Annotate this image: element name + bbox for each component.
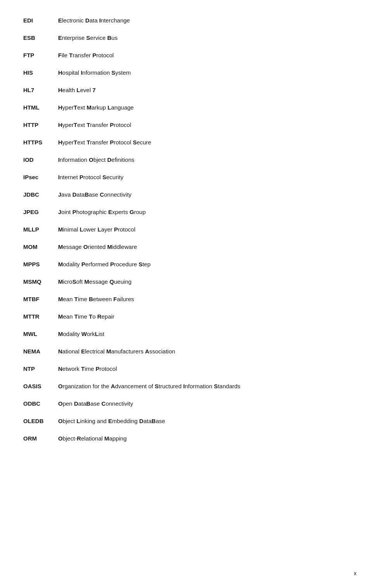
acronym-abbr: ESB	[23, 34, 58, 41]
acronym-abbr: HTML	[23, 104, 58, 111]
acronym-definition: Electronic Data Interchange	[58, 17, 349, 24]
acronym-definition: Modality Performed Procedure Step	[58, 261, 349, 267]
acronym-abbr: JDBC	[23, 191, 58, 198]
acronym-abbr: ODBC	[23, 400, 58, 407]
acronym-definition: Minimal Lower Layer Protocol	[58, 226, 349, 233]
acronym-definition: Message Oriented Middleware	[58, 243, 349, 250]
acronym-row: NEMANational Electrical Manufacturers As…	[23, 343, 349, 360]
acronym-definition: Enterprise Service Bus	[58, 34, 349, 41]
acronym-row: ORMObject-Relational Mapping	[23, 430, 349, 447]
acronym-abbr: MWL	[23, 331, 58, 337]
acronym-abbr: JPEG	[23, 209, 58, 215]
acronym-definition: File Transfer Protocol	[58, 52, 349, 58]
acronym-abbr: IPsec	[23, 174, 58, 180]
acronym-definition: Joint Photographic Experts Group	[58, 209, 349, 215]
acronym-row: JPEGJoint Photographic Experts Group	[23, 203, 349, 221]
acronym-row: ESBEnterprise Service Bus	[23, 29, 349, 46]
acronym-row: JDBCJava DataBase Connectivity	[23, 186, 349, 203]
acronym-abbr: NEMA	[23, 348, 58, 355]
acronym-abbr: MSMQ	[23, 278, 58, 285]
acronym-abbr: HTTP	[23, 122, 58, 128]
acronym-definition: MicroSoft Message Queuing	[58, 278, 349, 285]
acronym-abbr: HL7	[23, 87, 58, 93]
acronym-definition: Object-Relational Mapping	[58, 435, 349, 442]
acronym-definition: Network Time Protocol	[58, 365, 349, 372]
acronym-row: HTMLHyperText Markup Language	[23, 99, 349, 116]
acronym-row: MSMQMicroSoft Message Queuing	[23, 273, 349, 290]
acronym-row: MWLModality WorkList	[23, 325, 349, 343]
acronym-abbr: HTTPS	[23, 139, 58, 146]
acronym-abbr: MTBF	[23, 296, 58, 302]
acronym-list: EDIElectronic Data InterchangeESBEnterpr…	[23, 12, 349, 447]
acronym-row: MLLPMinimal Lower Layer Protocol	[23, 221, 349, 238]
acronym-row: NTPNetwork Time Protocol	[23, 360, 349, 377]
acronym-row: MOMMessage Oriented Middleware	[23, 238, 349, 255]
acronym-abbr: MLLP	[23, 226, 58, 233]
acronym-abbr: MTTR	[23, 313, 58, 320]
acronym-row: ODBCOpen DataBase Connectivity	[23, 395, 349, 412]
acronym-row: OLEDBObject Linking and Embedding DataBa…	[23, 412, 349, 430]
acronym-row: HISHospital Information System	[23, 64, 349, 81]
acronym-definition: HyperText Markup Language	[58, 104, 349, 111]
acronym-definition: Mean Time Between Failures	[58, 296, 349, 302]
acronym-definition: Mean Time To Repair	[58, 313, 349, 320]
acronym-abbr: EDI	[23, 17, 58, 24]
acronym-row: FTPFile Transfer Protocol	[23, 46, 349, 64]
acronym-abbr: HIS	[23, 69, 58, 76]
acronym-abbr: IOD	[23, 156, 58, 163]
acronym-row: MTBFMean Time Between Failures	[23, 290, 349, 308]
acronym-row: HTTPSHyperText Transfer Protocol Secure	[23, 134, 349, 151]
acronym-definition: National Electrical Manufacturers Associ…	[58, 348, 349, 355]
acronym-abbr: NTP	[23, 365, 58, 372]
acronym-definition: Java DataBase Connectivity	[58, 191, 349, 198]
acronym-definition: Organization for the Advancement of Stru…	[58, 383, 349, 389]
acronym-abbr: FTP	[23, 52, 58, 58]
acronym-definition: Internet Protocol Security	[58, 174, 349, 180]
acronym-definition: Health Level 7	[58, 87, 349, 93]
acronym-row: EDIElectronic Data Interchange	[23, 12, 349, 29]
page-marker: x	[354, 570, 356, 576]
acronym-definition: Information Object Definitions	[58, 156, 349, 163]
acronym-definition: HyperText Transfer Protocol	[58, 122, 349, 128]
acronym-abbr: MPPS	[23, 261, 58, 267]
acronym-row: OASISOrganization for the Advancement of…	[23, 377, 349, 395]
acronym-definition: HyperText Transfer Protocol Secure	[58, 139, 349, 146]
acronym-row: MPPSModality Performed Procedure Step	[23, 255, 349, 273]
acronym-row: HTTPHyperText Transfer Protocol	[23, 116, 349, 134]
acronym-row: HL7Health Level 7	[23, 81, 349, 99]
acronym-abbr: OASIS	[23, 383, 58, 389]
acronym-row: IODInformation Object Definitions	[23, 151, 349, 168]
acronym-definition: Object Linking and Embedding DataBase	[58, 418, 349, 424]
acronym-row: MTTRMean Time To Repair	[23, 308, 349, 325]
acronym-abbr: MOM	[23, 243, 58, 250]
acronym-abbr: ORM	[23, 435, 58, 442]
acronym-row: IPsecInternet Protocol Security	[23, 168, 349, 186]
acronym-definition: Modality WorkList	[58, 331, 349, 337]
acronym-definition: Hospital Information System	[58, 69, 349, 76]
acronym-definition: Open DataBase Connectivity	[58, 400, 349, 407]
acronym-abbr: OLEDB	[23, 418, 58, 424]
